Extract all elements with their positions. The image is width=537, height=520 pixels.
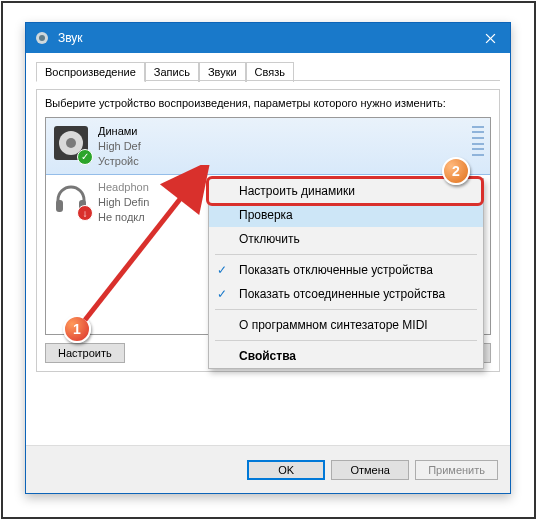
menu-test[interactable]: Проверка — [209, 203, 483, 227]
tab-communication[interactable]: Связь — [246, 62, 294, 82]
titlebar[interactable]: Звук — [26, 23, 510, 53]
tab-sounds[interactable]: Звуки — [199, 62, 246, 82]
ok-button[interactable]: OK — [247, 460, 325, 480]
svg-point-6 — [66, 138, 76, 148]
highlight-box — [206, 176, 484, 206]
close-button[interactable] — [470, 23, 510, 53]
callout-2: 2 — [442, 157, 470, 185]
callout-1: 1 — [63, 315, 91, 343]
device-name: Headphon — [98, 180, 149, 195]
svg-rect-7 — [56, 200, 63, 212]
device-sub2: Не подкл — [98, 210, 149, 225]
device-sub1: High Defin — [98, 195, 149, 210]
menu-about-midi[interactable]: О программном синтезаторе MIDI — [209, 313, 483, 337]
level-meter — [472, 126, 484, 156]
headphones-icon: ↓ — [52, 180, 90, 218]
device-speakers[interactable]: ✓ Динами High Def Устройс — [45, 117, 491, 176]
device-name: Динами — [98, 124, 141, 139]
close-icon — [485, 33, 496, 44]
status-err-icon: ↓ — [77, 205, 93, 221]
menu-show-disconnected[interactable]: ✓Показать отсоединенные устройства — [209, 282, 483, 306]
check-icon: ✓ — [217, 287, 227, 301]
sound-icon — [34, 30, 50, 46]
apply-button[interactable]: Применить — [415, 460, 498, 480]
tabstrip: Воспроизведение Запись Звуки Связь — [26, 53, 510, 81]
svg-point-1 — [39, 35, 45, 41]
tab-playback[interactable]: Воспроизведение — [36, 62, 145, 82]
menu-show-disabled[interactable]: ✓Показать отключенные устройства — [209, 258, 483, 282]
speaker-icon: ✓ — [52, 124, 90, 162]
cancel-button[interactable]: Отмена — [331, 460, 409, 480]
group-caption: Выберите устройство воспроизведения, пар… — [45, 96, 491, 111]
status-ok-icon: ✓ — [77, 149, 93, 165]
device-sub2: Устройс — [98, 154, 141, 169]
dialog-buttons: OK Отмена Применить — [26, 445, 510, 493]
menu-disable[interactable]: Отключить — [209, 227, 483, 251]
device-sub1: High Def — [98, 139, 141, 154]
tab-record[interactable]: Запись — [145, 62, 199, 82]
check-icon: ✓ — [217, 263, 227, 277]
menu-properties[interactable]: Свойства — [209, 344, 483, 368]
context-menu: Настроить динамики Проверка Отключить ✓П… — [208, 178, 484, 369]
window-title: Звук — [58, 31, 470, 45]
configure-button[interactable]: Настроить — [45, 343, 125, 363]
